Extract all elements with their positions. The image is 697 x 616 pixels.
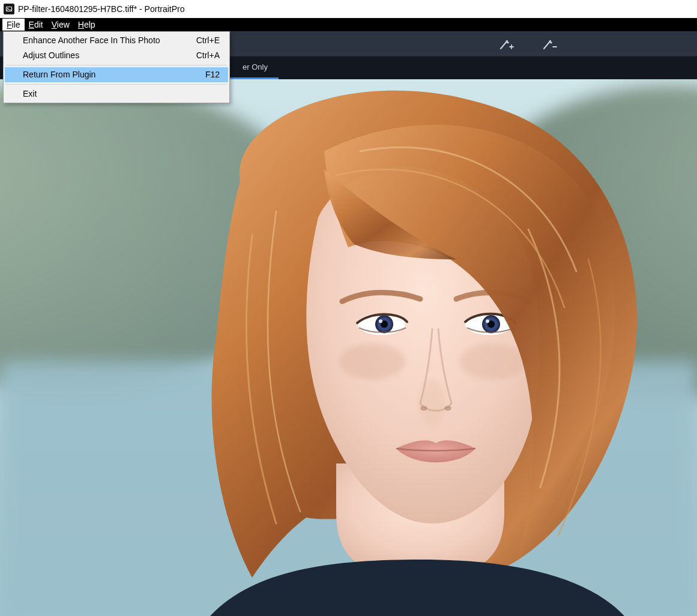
svg-point-8 — [459, 343, 525, 379]
menuitem-adjust-outlines[interactable]: Adjust Outlines Ctrl+A — [5, 48, 228, 63]
svg-point-7 — [339, 343, 405, 379]
portrait-image — [0, 79, 697, 616]
file-menu-dropdown: Enhance Another Face In This Photo Ctrl+… — [3, 31, 230, 103]
svg-point-19 — [444, 406, 451, 411]
menuitem-label: Exit — [23, 89, 37, 98]
menuitem-label: Return From Plugin — [23, 70, 95, 79]
svg-point-17 — [486, 319, 489, 323]
image-canvas[interactable] — [0, 79, 697, 616]
menu-help[interactable]: Help — [74, 19, 100, 31]
menuitem-exit[interactable]: Exit — [5, 86, 228, 101]
menu-separator — [6, 65, 227, 65]
menu-file[interactable]: File — [2, 19, 25, 31]
menuitem-enhance-another-face[interactable]: Enhance Another Face In This Photo Ctrl+… — [5, 33, 228, 48]
app-icon — [4, 4, 14, 14]
menu-edit[interactable]: Edit — [25, 19, 47, 31]
menuitem-return-from-plugin[interactable]: Return From Plugin F12 — [5, 67, 228, 82]
tab-label: er Only — [243, 62, 268, 71]
menuitem-label: Enhance Another Face In This Photo — [23, 35, 160, 45]
brush-add-button[interactable] — [499, 37, 516, 50]
menuitem-shortcut: Ctrl+A — [196, 50, 220, 60]
svg-point-2 — [7, 8, 8, 9]
window-title: PP-filter-1604801295-H7BC.tiff* - Portra… — [18, 4, 185, 14]
brush-remove-button[interactable] — [542, 37, 559, 50]
menu-view[interactable]: View — [47, 19, 74, 31]
titlebar: PP-filter-1604801295-H7BC.tiff* - Portra… — [0, 0, 697, 18]
svg-point-18 — [420, 406, 427, 411]
menu-separator — [6, 84, 227, 85]
menuitem-shortcut: Ctrl+E — [196, 35, 220, 45]
svg-point-13 — [379, 319, 382, 323]
svg-point-9 — [419, 379, 445, 427]
menuitem-shortcut: F12 — [205, 70, 220, 79]
menubar: File Edit View Help — [0, 18, 697, 31]
menuitem-label: Adjust Outlines — [23, 50, 79, 60]
